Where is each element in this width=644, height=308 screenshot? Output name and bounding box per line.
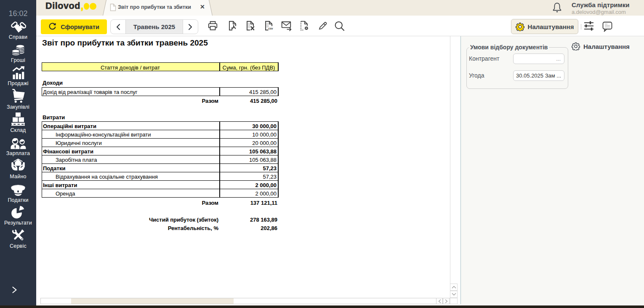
svg-text:csv: csv	[268, 27, 273, 30]
